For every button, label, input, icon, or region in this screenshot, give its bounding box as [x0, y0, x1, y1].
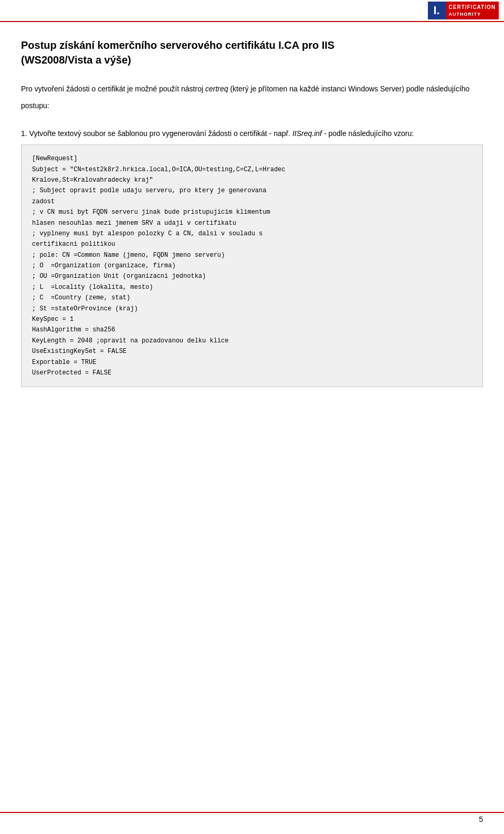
- intro-italic: certreq: [205, 85, 228, 93]
- page-title: Postup získání komerčního serverového ce…: [21, 38, 483, 53]
- logo-letter: I.: [428, 2, 446, 19]
- main-content: Postup získání komerčního serverového ce…: [0, 22, 504, 408]
- intro-text-part2: (který je přítomen na každé instanci Win…: [228, 85, 470, 93]
- page-number: 5: [479, 815, 483, 823]
- postupu-label: postupu:: [21, 100, 483, 111]
- step1-suffix: - podle následujícího vzoru:: [322, 129, 414, 138]
- step1-heading: 1. Vytvořte textový soubor se šablonou p…: [21, 128, 483, 139]
- logo-text: CERTIFICATION AUTHORITY: [446, 2, 499, 19]
- logo-certification: CERTIFICATION: [449, 4, 496, 11]
- step1-filename: IISreq.inf: [292, 129, 322, 138]
- page-subtitle: (WS2008/Vista a výše): [21, 53, 483, 67]
- page-header: I. CERTIFICATION AUTHORITY: [0, 0, 504, 22]
- logo: I. CERTIFICATION AUTHORITY: [428, 2, 499, 19]
- intro-text-part1: Pro vytvoření žádosti o certifikát je mo…: [21, 85, 205, 93]
- step1-text: 1. Vytvořte textový soubor se šablonou p…: [21, 129, 290, 138]
- code-block: [NewRequest] Subject = "CN=test2k8r2.hrk…: [21, 144, 483, 387]
- logo-authority: AUTHORITY: [449, 11, 496, 18]
- intro-paragraph: Pro vytvoření žádosti o certifikát je mo…: [21, 83, 483, 95]
- bottom-line: [0, 812, 504, 813]
